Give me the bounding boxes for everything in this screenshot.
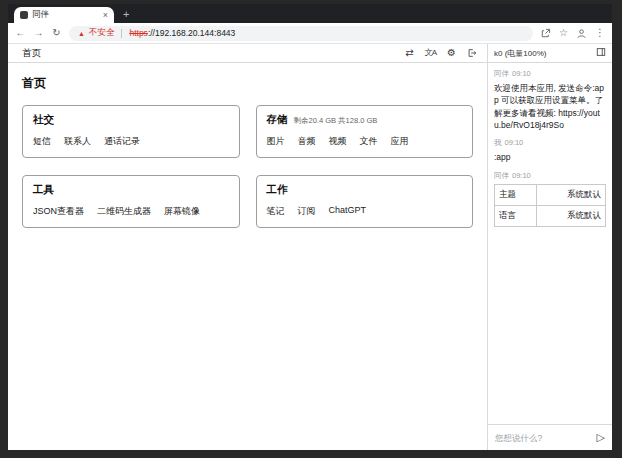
app-header-side: k0 (电量100%) (487, 44, 612, 62)
browser-toolbar-icons: ☆ ⋮ (540, 28, 605, 39)
settings-table: 主题 系统默认 语言 系统默认 (494, 184, 606, 227)
card-title: 存储 (267, 113, 288, 127)
card-item-audio[interactable]: 音频 (298, 135, 316, 148)
message-sender: 同伴 (494, 69, 509, 78)
reload-icon[interactable]: ↻ (51, 28, 62, 38)
omnibox[interactable]: ▲ 不安全 https://192.168.20.144:8443 (69, 26, 533, 41)
url-text: https://192.168.20.144:8443 (129, 28, 235, 38)
translate-icon[interactable]: 文A (425, 49, 436, 57)
favicon (20, 11, 28, 19)
setting-value: 系统默认 (536, 205, 605, 226)
tab-title: 同伴 (32, 9, 99, 21)
chat-input[interactable] (495, 433, 594, 443)
card-item-screen-mirror[interactable]: 屏幕镜像 (164, 205, 200, 218)
device-status: k0 (电量100%) (494, 48, 546, 59)
card-work: 工作 笔记 订阅 ChatGPT (256, 175, 474, 228)
card-item-apps[interactable]: 应用 (391, 135, 409, 148)
app-header: 首页 ⇄ 文A ⚙ k0 (电量100%) (8, 44, 612, 63)
chat-message: 同伴09:10 欢迎使用本应用, 发送命令:app 可以获取应用设置菜单。了解更… (494, 69, 606, 131)
settings-row-language[interactable]: 语言 系统默认 (495, 205, 606, 226)
card-title: 社交 (33, 113, 54, 127)
message-time: 09:10 (512, 69, 531, 78)
card-item-video[interactable]: 视频 (329, 135, 347, 148)
chat-message: 我09:10 :app (494, 138, 606, 163)
card-item-json-viewer[interactable]: JSON查看器 (33, 205, 84, 218)
message-meta: 同伴09:10 (494, 171, 606, 181)
url-rest: ://192.168.20.144:8443 (148, 28, 235, 38)
card-item-images[interactable]: 图片 (267, 135, 285, 148)
logout-icon[interactable] (467, 48, 477, 58)
main-content: 首页 社交 短信 联系人 通话记录 存储 剩余20.4 GB 共128.0 (8, 63, 487, 450)
send-icon: ▷ (597, 431, 605, 443)
chat-sidebar: 同伴09:10 欢迎使用本应用, 发送命令:app 可以获取应用设置菜单。了解更… (487, 63, 612, 450)
storage-capacity: 剩余20.4 GB 共128.0 GB (294, 116, 378, 126)
app-header-main: 首页 ⇄ 文A ⚙ (8, 44, 487, 62)
card-item-files[interactable]: 文件 (360, 135, 378, 148)
setting-value: 系统默认 (536, 184, 605, 205)
card-item-subscriptions[interactable]: 订阅 (298, 205, 316, 218)
card-title: 工具 (33, 183, 54, 197)
card-item-call-log[interactable]: 通话记录 (104, 135, 140, 148)
back-icon[interactable]: ← (15, 28, 26, 38)
card-item-chatgpt[interactable]: ChatGPT (329, 205, 367, 218)
swap-icon[interactable]: ⇄ (405, 48, 413, 58)
message-time: 09:10 (512, 171, 531, 180)
message-meta: 我09:10 (494, 138, 606, 148)
message-sender: 同伴 (494, 171, 509, 180)
address-bar: ← → ↻ ▲ 不安全 https://192.168.20.144:8443 … (8, 23, 612, 44)
message-text: 欢迎使用本应用, 发送命令:app 可以获取应用设置菜单。了解更多请看视频: h… (494, 82, 606, 131)
card-social: 社交 短信 联系人 通话记录 (22, 105, 240, 158)
nav-tab-home[interactable]: 首页 (22, 47, 41, 60)
setting-label[interactable]: 语言 (495, 205, 537, 226)
bookmark-star-icon[interactable]: ☆ (559, 28, 568, 38)
omnibox-divider (121, 29, 122, 38)
message-sender: 我 (494, 138, 502, 147)
settings-gear-icon[interactable]: ⚙ (447, 48, 456, 58)
chat-input-bar: ▷ (488, 424, 612, 450)
card-storage: 存储 剩余20.4 GB 共128.0 GB 图片 音频 视频 文件 应用 (256, 105, 474, 158)
chat-log: 同伴09:10 欢迎使用本应用, 发送命令:app 可以获取应用设置菜单。了解更… (488, 63, 612, 424)
card-item-notes[interactable]: 笔记 (267, 205, 285, 218)
send-button[interactable]: ▷ (594, 432, 608, 443)
card-item-contacts[interactable]: 联系人 (64, 135, 91, 148)
profile-avatar-icon[interactable] (576, 28, 587, 39)
card-title: 工作 (267, 183, 288, 197)
app-body: 首页 社交 短信 联系人 通话记录 存储 剩余20.4 GB 共128.0 (8, 63, 612, 450)
card-tools: 工具 JSON查看器 二维码生成器 屏幕镜像 (22, 175, 240, 228)
settings-row-theme[interactable]: 主题 系统默认 (495, 184, 606, 205)
card-item-sms[interactable]: 短信 (33, 135, 51, 148)
forward-icon[interactable]: → (33, 28, 44, 38)
message-meta: 同伴09:10 (494, 69, 606, 79)
page-title: 首页 (22, 75, 473, 92)
app-header-icons: ⇄ 文A ⚙ (405, 48, 477, 58)
browser-tab[interactable]: 同伴 × (14, 7, 114, 23)
share-icon[interactable] (540, 28, 551, 39)
sidebar-toggle-icon[interactable] (596, 47, 606, 59)
security-label[interactable]: 不安全 (89, 27, 115, 39)
url-scheme: https (129, 28, 147, 38)
new-tab-button[interactable]: + (123, 8, 129, 20)
card-item-qr-generator[interactable]: 二维码生成器 (97, 205, 151, 218)
tab-strip: 同伴 × + (8, 4, 612, 23)
warning-icon: ▲ (78, 30, 85, 37)
message-time: 09:10 (505, 138, 524, 147)
card-grid: 社交 短信 联系人 通话记录 存储 剩余20.4 GB 共128.0 GB 图片 (22, 105, 473, 228)
browser-menu-icon[interactable]: ⋮ (595, 28, 605, 38)
close-tab-icon[interactable]: × (103, 11, 108, 20)
browser-window: 同伴 × + ← → ↻ ▲ 不安全 https://192.168.20.14… (8, 4, 612, 450)
message-text: :app (494, 151, 606, 163)
chat-message: 同伴09:10 主题 系统默认 语言 系统默认 (494, 171, 606, 227)
setting-label[interactable]: 主题 (495, 184, 537, 205)
